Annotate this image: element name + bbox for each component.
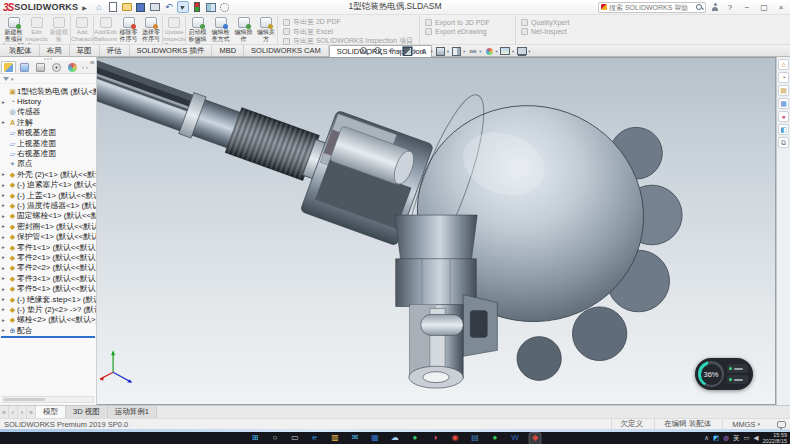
tray-expand-icon[interactable]: ∧ <box>704 435 709 442</box>
pack-and-go-icon[interactable]: ⧉ <box>778 137 789 148</box>
tree-item[interactable]: ▸ (-) 上盖<1> (默认<<默认>_显示状态) <box>0 190 96 200</box>
file-explorer-taskbar-icon[interactable]: ▥ <box>330 433 341 444</box>
tree-item[interactable]: ▸ 零件2<2> (默认<<默认>_显示状态) <box>0 263 96 273</box>
tree-item[interactable]: ▸ 零件2<1> (默认<<默认>_显示状态) <box>0 252 96 262</box>
status-definition-state[interactable]: 欠定义 <box>611 419 655 429</box>
tree-item[interactable]: 上视基准面 <box>0 138 96 148</box>
tab-sketch[interactable]: 草图 <box>70 45 100 56</box>
select-balloons-button[interactable]: 选择零件序号 <box>140 16 163 44</box>
export-menu-item[interactable]: Export eDrawing <box>425 28 510 36</box>
tree-item[interactable]: ▸ 零件3<1> (默认<<默认>_显示状态) <box>0 273 96 283</box>
edit-inspection-project-button[interactable]: Edit Inspection Project <box>25 16 48 44</box>
edge-icon[interactable]: ℮ <box>310 433 321 444</box>
tray-app2-icon[interactable]: ◍ <box>723 435 729 442</box>
performance-overlay-widget[interactable]: 36% <box>695 358 753 390</box>
store-icon[interactable]: ▦ <box>370 433 381 444</box>
volume-icon[interactable]: ◀ <box>754 435 759 442</box>
tab-solidworks-addins[interactable]: SOLIDWORKS 插件 <box>130 45 213 56</box>
file-explorer-icon[interactable]: ▤ <box>778 85 789 96</box>
home-icon[interactable] <box>93 1 105 13</box>
wechat-icon[interactable]: ● <box>490 433 501 444</box>
browser-green-icon[interactable]: ● <box>410 433 421 444</box>
tab-mbd[interactable]: MBD <box>212 45 244 56</box>
tree-item[interactable]: 前视基准面 <box>0 128 96 138</box>
tray-app1-icon[interactable]: ◩ <box>713 435 719 442</box>
tree-item[interactable]: ▸ 零件5<1> (默认<<默认>_显示状态) <box>0 283 96 293</box>
add-edit-balloons-button[interactable]: Add/Edit Balloons <box>94 16 117 44</box>
doc-tab-nav-arrow[interactable]: » <box>27 406 36 418</box>
doc-tab-nav-arrow[interactable]: « <box>0 406 9 418</box>
export-menu-item[interactable]: Export to 3D PDF <box>425 18 510 26</box>
save-icon[interactable] <box>135 1 147 13</box>
update-inspection-project-button[interactable]: Update Inspection Project <box>163 16 186 44</box>
appearances-scenes-icon[interactable]: ● <box>778 111 789 122</box>
section-view-icon[interactable]: ▾ <box>402 46 417 56</box>
export-menu-item[interactable]: 导出至 Excel <box>283 28 414 36</box>
tree-item[interactable]: ▸ 螺栓<2> (默认<<默认>_显示状态) <box>0 315 96 325</box>
tree-item[interactable]: ▸ (-) 温度传感器<1> (默认<<默认>_显示状态) <box>0 200 96 210</box>
chrome-icon[interactable]: ◉ <box>450 433 461 444</box>
tree-filter-bar[interactable]: ▾ <box>0 74 96 84</box>
tree-item[interactable]: ▸ 外壳 (2)<1> (默认<<默认>_显示状态) <box>0 169 96 179</box>
tree-item[interactable]: ▸ (-) 绝缘套.step<1> (默认<<默认>) <box>0 294 96 304</box>
new-template-button[interactable]: 新建模板 <box>48 16 71 44</box>
edit-appearance-icon[interactable]: ▾ <box>484 46 499 56</box>
tree-item[interactable]: ▸ 固定螺栓<1> (默认<<默认>_显示状态) <box>0 211 96 221</box>
tree-item[interactable]: ▸ (-) 迫紧塞片<1> (默认<<默认>_显示状态) <box>0 180 96 190</box>
search-icon[interactable] <box>696 4 703 11</box>
edit-inspection-methods-button[interactable]: 编辑检查方式 <box>209 16 232 44</box>
select-tool-icon[interactable] <box>177 1 189 13</box>
export-menu-item[interactable]: Net-Inspect <box>521 28 583 36</box>
tree-item[interactable]: ▸ (-) 垫片 (2)<2> ->? (默认<<默认>) <box>0 304 96 314</box>
overlay-widget-button[interactable] <box>727 375 748 384</box>
comments-icon[interactable] <box>777 421 786 428</box>
doc-tab-model[interactable]: 模型 <box>36 406 66 418</box>
apply-scene-icon[interactable]: ▾ <box>500 46 515 56</box>
model-inner-pin[interactable] <box>421 315 463 336</box>
zoom-percent-dial[interactable]: 36% <box>698 361 724 387</box>
start-button[interactable]: ⊞ <box>250 433 261 444</box>
onedrive-icon[interactable]: ☁ <box>390 433 401 444</box>
solidworks-taskbar-icon[interactable]: ◆ <box>530 433 541 444</box>
new-document-icon[interactable] <box>107 1 119 13</box>
panel-collapse-button[interactable]: « <box>90 58 94 67</box>
previous-view-icon[interactable]: ▾ <box>386 46 401 56</box>
tab-layout[interactable]: 布局 <box>40 45 70 56</box>
edit-vendors-button[interactable]: 编辑卖方 <box>255 16 278 44</box>
export-menu-item[interactable]: 导出至 2D PDF <box>283 18 414 26</box>
hide-show-items-icon[interactable]: ▾ <box>467 46 482 56</box>
orientation-triad[interactable] <box>100 350 132 382</box>
propertymanager-tab[interactable] <box>17 61 32 73</box>
touch-keyboard-icon[interactable]: ▭ <box>743 435 749 442</box>
task-view-button[interactable]: ▭ <box>290 433 301 444</box>
tree-item[interactable]: ▸ 零件1<1> (默认<<默认>_显示状态) <box>0 242 96 252</box>
close-button[interactable]: × <box>775 3 787 12</box>
doc-tab-nav-arrow[interactable]: › <box>18 406 27 418</box>
taskbar-clock[interactable]: 15:59 2022/8/15 <box>763 432 787 444</box>
configurationmanager-tab[interactable] <box>33 61 48 73</box>
tree-item[interactable]: ▸ History <box>0 96 96 106</box>
tree-item[interactable]: 右视基准面 <box>0 148 96 158</box>
scrollbar-thumb[interactable] <box>4 398 45 401</box>
tree-item[interactable]: 原点 <box>0 159 96 169</box>
doc-tab-motion-study-1[interactable]: 运动算例1 <box>108 406 157 418</box>
export-menu-item[interactable]: QualityXpert <box>521 18 583 26</box>
login-user-icon[interactable] <box>711 3 719 12</box>
tab-assembly[interactable]: 装配体 <box>2 45 40 56</box>
undo-icon[interactable] <box>163 1 175 13</box>
tree-item[interactable]: ▸ 配合 <box>0 325 96 335</box>
tree-rollback-bar[interactable] <box>1 336 95 338</box>
minimize-button[interactable]: − <box>741 3 753 12</box>
add-characteristic-button[interactable]: Add Characteristic <box>71 16 94 44</box>
export-menu-item[interactable]: 导出至 SOLIDWORKS Inspection 项目 <box>283 37 414 45</box>
launch-template-editor-button[interactable]: 启动模板编辑器 <box>186 16 209 44</box>
mail-icon[interactable]: ✉ <box>350 433 361 444</box>
tab-evaluate[interactable]: 评估 <box>100 45 130 56</box>
remote-app-icon[interactable]: ▤ <box>470 433 481 444</box>
search-box[interactable] <box>598 2 706 13</box>
model-cap-lobe[interactable] <box>511 330 568 386</box>
panel-horizontal-scrollbar[interactable] <box>2 396 94 403</box>
tree-item[interactable]: ▸ 保护管<1> (默认<<默认>_显示状态) <box>0 231 96 241</box>
solidworks-resources-icon[interactable]: ⌂ <box>778 59 789 70</box>
view-settings-icon[interactable]: ▾ <box>516 46 531 56</box>
